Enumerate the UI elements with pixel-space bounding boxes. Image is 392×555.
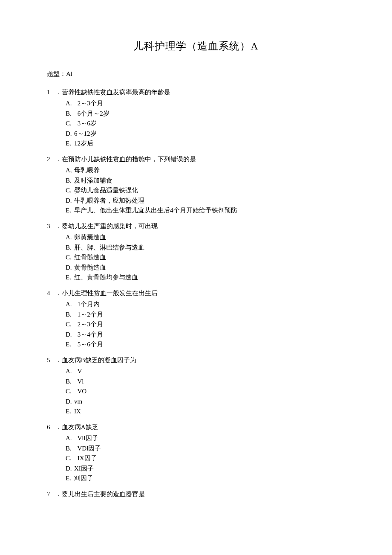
- option: D. 3～4个月: [66, 330, 345, 340]
- option: D.黄骨髓造血: [66, 263, 345, 273]
- option-letter: C.: [66, 186, 74, 195]
- option-text: VO: [77, 388, 86, 395]
- question-number: 5: [47, 355, 54, 365]
- option-letter: E.: [66, 206, 74, 215]
- option-text: VDl因子: [77, 445, 101, 452]
- option-letter: A.: [66, 366, 76, 376]
- option-text: 卵黄囊造血: [74, 234, 106, 241]
- option: C. VO: [66, 386, 345, 396]
- option-text: 红、黄骨髓均参与造血: [74, 274, 138, 281]
- question: 4 ．小儿生理性贫血一般发生在出生后A. 1个月内B. 1～2个月C. 2～3个…: [47, 288, 345, 349]
- option: E.刈因子: [66, 474, 345, 483]
- question-text: ．血友病B缺乏的凝血因子为: [54, 357, 136, 363]
- options-list: A. 2～3个月B. 6个月～2岁C. 3～6岁D.6～12岁E.12岁后: [47, 99, 345, 148]
- option-letter: D.: [66, 196, 74, 206]
- option-text: Vl: [77, 378, 84, 385]
- option-text: 肝、脾、淋巴结参与造血: [74, 244, 144, 251]
- question-number: 4: [47, 288, 54, 298]
- option-letter: D.: [66, 263, 74, 273]
- option-text: 3～6岁: [78, 120, 97, 127]
- option: E.早产儿、低出生体重儿宜从出生后4个月开始给予铁剂预防: [66, 206, 345, 215]
- option: C. 2～3个月: [66, 320, 345, 329]
- option: D.牛乳喂养者，应加热处理: [66, 196, 345, 206]
- option-letter: B.: [66, 310, 76, 320]
- question-text: ．小儿生理性贫血一般发生在出生后: [54, 290, 158, 296]
- option-text: 3～4个月: [78, 331, 103, 338]
- question: 1 ．营养性缺铁性贫血发病率最高的年龄是A. 2～3个月B. 6个月～2岁C. …: [47, 87, 345, 148]
- option-letter: A.: [66, 232, 74, 242]
- option-text: 牛乳喂养者，应加热处理: [74, 197, 144, 204]
- question: 6 ．血友病A缺乏A. Vll因子B. VDl因子C. IX因子D.XI因子E.…: [47, 422, 345, 483]
- option: A.卵黄囊造血: [66, 232, 345, 242]
- question-number: 7: [47, 489, 54, 499]
- option-letter: B.: [66, 444, 76, 453]
- option-text: 5～6个月: [78, 341, 103, 348]
- question-text: ．血友病A缺乏: [54, 424, 98, 430]
- option: C. 3～6岁: [66, 119, 345, 128]
- question-stem: 4 ．小儿生理性贫血一般发生在出生后: [47, 288, 345, 298]
- option-text: 6个月～2岁: [78, 110, 110, 117]
- option: A,母乳喂养: [66, 166, 345, 175]
- option-text: 6～12岁: [74, 130, 97, 137]
- options-list: A,母乳喂养B.及时添加辅食C.婴幼儿食品适量铁强化D.牛乳喂养者，应加热处理E…: [47, 166, 345, 215]
- option-text: 2～3个月: [78, 321, 103, 328]
- options-list: A.卵黄囊造血B.肝、脾、淋巴结参与造血C.红骨髓造血D.黄骨髓造血E.红、黄骨…: [47, 232, 345, 282]
- question-number: 6: [47, 422, 54, 432]
- option-letter: E.: [66, 273, 74, 282]
- option: A. V: [66, 366, 345, 376]
- option-letter: D.: [66, 129, 74, 139]
- option: D.6～12岁: [66, 129, 345, 139]
- option: E.12岁后: [66, 139, 345, 148]
- question-stem: 7 ．婴儿出生后主要的造血器官是: [47, 489, 345, 499]
- option-letter: A.: [66, 99, 76, 108]
- option-letter: A.: [66, 433, 76, 443]
- option: C.红骨髓造血: [66, 253, 345, 262]
- option-letter: B.: [66, 243, 74, 253]
- question-number: 1: [47, 87, 54, 97]
- option: D.vm: [66, 397, 345, 407]
- option-letter: A.: [66, 299, 76, 309]
- question-text: ．婴儿出生后主要的造血器官是: [54, 491, 145, 497]
- questions-container: 1 ．营养性缺铁性贫血发病率最高的年龄是A. 2～3个月B. 6个月～2岁C. …: [47, 87, 345, 499]
- question-stem: 2 ．在预防小儿缺铁性贫血的措施中，下列错误的是: [47, 154, 345, 164]
- option: E. 5～6个月: [66, 340, 345, 349]
- option: B. 1～2个月: [66, 310, 345, 320]
- question: 3 ．婴幼儿发生严重的感染时，可出现A.卵黄囊造血B.肝、脾、淋巴结参与造血C.…: [47, 221, 345, 282]
- option: B. Vl: [66, 377, 345, 386]
- option-text: 早产儿、低出生体重儿宜从出生后4个月开始给予铁剂预防: [74, 207, 237, 214]
- options-list: A. 1个月内B. 1～2个月C. 2～3个月D. 3～4个月E. 5～6个月: [47, 299, 345, 349]
- option-text: vm: [74, 398, 82, 405]
- option: D.XI因子: [66, 464, 345, 474]
- question-stem: 3 ．婴幼儿发生严重的感染时，可出现: [47, 221, 345, 231]
- question-number: 3: [47, 221, 54, 231]
- option-text: 1～2个月: [78, 311, 103, 318]
- option: E.IX: [66, 407, 345, 416]
- question-stem: 1 ．营养性缺铁性贫血发病率最高的年龄是: [47, 87, 345, 97]
- option-letter: C.: [66, 119, 76, 128]
- question: 2 ．在预防小儿缺铁性贫血的措施中，下列错误的是A,母乳喂养B.及时添加辅食C.…: [47, 154, 345, 215]
- options-list: A. VB. VlC. VOD.vmE.IX: [47, 366, 345, 416]
- option-text: 红骨髓造血: [74, 254, 106, 261]
- option-text: 婴幼儿食品适量铁强化: [74, 187, 138, 194]
- option: A. 2～3个月: [66, 99, 345, 108]
- option-letter: C.: [66, 453, 76, 463]
- question: 7 ．婴儿出生后主要的造血器官是: [47, 489, 345, 499]
- option-text: 黄骨髓造血: [74, 264, 106, 271]
- option-letter: B.: [66, 377, 76, 386]
- option-text: Vll因子: [77, 435, 98, 442]
- options-list: A. Vll因子B. VDl因子C. IX因子D.XI因子E.刈因子: [47, 433, 345, 483]
- option-text: 1个月内: [78, 301, 100, 308]
- option-letter: D.: [66, 330, 76, 340]
- option: E.红、黄骨髓均参与造血: [66, 273, 345, 282]
- question-text: ．营养性缺铁性贫血发病率最高的年龄是: [54, 89, 170, 96]
- option-text: 母乳喂养: [74, 167, 100, 174]
- option-letter: D.: [66, 397, 74, 407]
- question: 5 ．血友病B缺乏的凝血因子为A. VB. VlC. VOD.vmE.IX: [47, 355, 345, 416]
- option-letter: C.: [66, 253, 74, 262]
- question-stem: 6 ．血友病A缺乏: [47, 422, 345, 432]
- option-letter: D.: [66, 464, 74, 474]
- option-letter: A,: [66, 166, 74, 175]
- option-letter: C.: [66, 386, 76, 396]
- option: C. IX因子: [66, 453, 345, 463]
- option-text: 及时添加辅食: [74, 177, 112, 184]
